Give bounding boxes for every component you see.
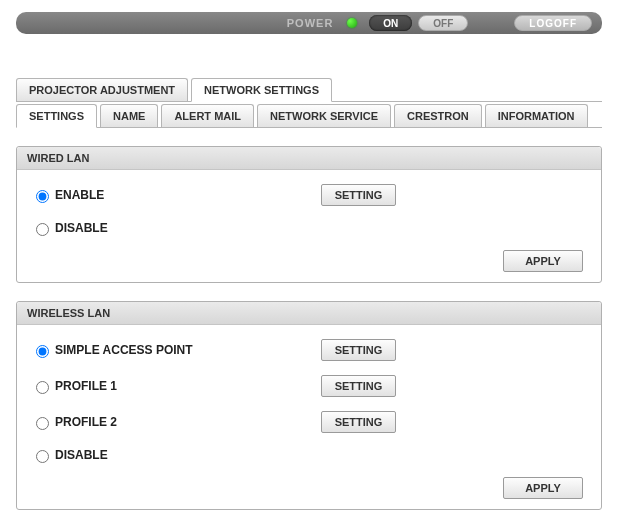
tab-network-settings[interactable]: NETWORK SETTINGS — [191, 78, 332, 102]
wireless-simple-ap-setting-button[interactable]: SETTING — [321, 339, 396, 361]
wireless-profile2-radio[interactable]: PROFILE 2 — [31, 414, 321, 430]
wireless-lan-section: WIRELESS LAN SIMPLE ACCESS POINT SETTING… — [16, 301, 602, 510]
power-on-label: ON — [369, 15, 412, 31]
wired-disable-radio[interactable]: DISABLE — [31, 220, 321, 236]
wireless-disable-radio[interactable]: DISABLE — [31, 447, 321, 463]
wireless-apply-button[interactable]: APPLY — [503, 477, 583, 499]
wireless-profile1-label: PROFILE 1 — [55, 379, 117, 393]
logoff-button[interactable]: LOGOFF — [514, 15, 592, 31]
power-on-button[interactable]: ON — [347, 15, 412, 31]
wireless-simple-ap-radio-input[interactable] — [36, 345, 49, 358]
wireless-disable-radio-input[interactable] — [36, 450, 49, 463]
wireless-profile2-label: PROFILE 2 — [55, 415, 117, 429]
wired-enable-radio-input[interactable] — [36, 190, 49, 203]
wireless-profile1-setting-button[interactable]: SETTING — [321, 375, 396, 397]
subtab-alert-mail[interactable]: ALERT MAIL — [161, 104, 254, 127]
wireless-profile2-radio-input[interactable] — [36, 417, 49, 430]
wireless-profile1-radio[interactable]: PROFILE 1 — [31, 378, 321, 394]
wireless-disable-label: DISABLE — [55, 448, 108, 462]
wired-disable-label: DISABLE — [55, 221, 108, 235]
power-led-icon — [347, 18, 357, 28]
wired-lan-title: WIRED LAN — [17, 147, 601, 170]
wired-setting-button[interactable]: SETTING — [321, 184, 396, 206]
wired-lan-section: WIRED LAN ENABLE SETTING DISABLE — [16, 146, 602, 283]
power-label: POWER — [287, 17, 334, 29]
wireless-simple-ap-label: SIMPLE ACCESS POINT — [55, 343, 193, 357]
power-off-button[interactable]: OFF — [418, 15, 468, 31]
wired-enable-radio[interactable]: ENABLE — [31, 187, 321, 203]
wired-apply-button[interactable]: APPLY — [503, 250, 583, 272]
subtab-information[interactable]: INFORMATION — [485, 104, 588, 127]
subtab-crestron[interactable]: CRESTRON — [394, 104, 482, 127]
wired-disable-radio-input[interactable] — [36, 223, 49, 236]
wireless-simple-ap-radio[interactable]: SIMPLE ACCESS POINT — [31, 342, 321, 358]
subtab-network-service[interactable]: NETWORK SERVICE — [257, 104, 391, 127]
power-bar: POWER ON OFF LOGOFF — [16, 12, 602, 34]
wired-enable-label: ENABLE — [55, 188, 104, 202]
wireless-profile1-radio-input[interactable] — [36, 381, 49, 394]
subtab-name[interactable]: NAME — [100, 104, 158, 127]
subtab-settings[interactable]: SETTINGS — [16, 104, 97, 128]
wireless-lan-title: WIRELESS LAN — [17, 302, 601, 325]
wireless-profile2-setting-button[interactable]: SETTING — [321, 411, 396, 433]
tab-projector-adjustment[interactable]: PROJECTOR ADJUSTMENT — [16, 78, 188, 101]
